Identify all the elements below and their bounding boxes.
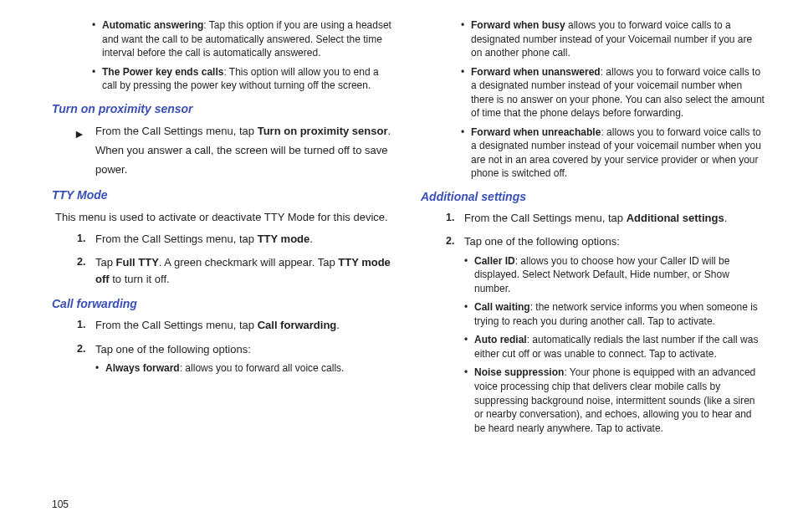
tty-intro: This menu is used to activate or deactiv…: [52, 209, 396, 226]
right-top-bullets: Forward when busy allows you to forward …: [421, 18, 765, 181]
tty-steps: From the Call Settings menu, tap TTY mod…: [52, 231, 396, 288]
step-text: Tap one of the following options:: [464, 235, 620, 248]
step-text: From the Call Settings menu, tap: [95, 233, 258, 245]
list-item: Always forward: allows you to forward al…: [97, 361, 396, 376]
instr-text: From the Call Settings menu, tap: [95, 125, 258, 137]
left-top-bullets: Automatic answering: Tap this option if …: [52, 18, 396, 93]
step-text: Tap: [95, 256, 116, 269]
right-column: Forward when busy allows you to forward …: [421, 18, 765, 517]
bullet-term: Forward when unreachable: [471, 126, 601, 138]
additional-settings-options: Caller ID: allows you to choose how your…: [464, 254, 765, 436]
arrow-instruction: ► From the Call Settings menu, tap Turn …: [52, 122, 396, 179]
bullet-term: Noise suppression: [474, 366, 564, 378]
list-item: Noise suppression: Your phone is equippe…: [466, 366, 765, 435]
step-bold: Full TTY: [116, 256, 159, 269]
heading-proximity-sensor: Turn on proximity sensor: [52, 101, 396, 117]
list-item: From the Call Settings menu, tap Call fo…: [77, 317, 396, 334]
bullet-term: Auto redial: [474, 334, 527, 345]
heading-call-forwarding: Call forwarding: [52, 296, 396, 312]
page-number: 105: [52, 499, 69, 510]
step-text: .: [309, 233, 313, 245]
list-item: Forward when unreachable: allows you to …: [463, 125, 765, 181]
bullet-term: The Power key ends calls: [102, 66, 223, 78]
arrow-icon: ►: [74, 124, 85, 145]
bullet-text: : allows you to forward all voice calls.: [180, 362, 345, 374]
list-item: The Power key ends calls: This option wi…: [94, 65, 396, 93]
step-bold: Call forwarding: [258, 319, 337, 331]
list-item: Tap Full TTY. A green checkmark will app…: [77, 254, 396, 288]
step-text: From the Call Settings menu, tap: [464, 212, 627, 224]
left-column: Automatic answering: Tap this option if …: [52, 18, 396, 517]
manual-page: Automatic answering: Tap this option if …: [0, 0, 798, 532]
instr-text: When you answer a call, the screen will …: [95, 144, 388, 176]
instr-text: .: [387, 125, 391, 137]
additional-settings-steps: From the Call Settings menu, tap Additio…: [421, 210, 765, 435]
bullet-term: Always forward: [105, 362, 180, 374]
step-text: Tap one of the following options:: [95, 343, 251, 356]
bullet-term: Automatic answering: [102, 19, 203, 31]
step-text: .: [336, 319, 340, 331]
heading-tty-mode: TTY Mode: [52, 187, 396, 203]
instr-bold: Turn on proximity sensor: [258, 125, 388, 137]
list-item: Forward when unanswered: allows you to f…: [463, 65, 765, 120]
list-item: Tap one of the following options: Always…: [77, 341, 396, 376]
bullet-term: Caller ID: [474, 255, 515, 267]
list-item: Forward when busy allows you to forward …: [463, 18, 765, 60]
step-text: .: [724, 212, 728, 224]
list-item: Auto redial: automatically redials the l…: [466, 333, 765, 361]
list-item: Automatic answering: Tap this option if …: [94, 18, 396, 60]
step-text: to turn it off.: [110, 273, 170, 285]
step-text: From the Call Settings menu, tap: [95, 319, 258, 331]
list-item: From the Call Settings menu, tap Additio…: [446, 210, 765, 227]
list-item: Caller ID: allows you to choose how your…: [466, 254, 765, 296]
bullet-term: Forward when busy: [471, 19, 565, 31]
bullet-term: Forward when unanswered: [471, 66, 601, 78]
step-bold: Additional settings: [627, 212, 724, 224]
step-bold: TTY mode: [258, 233, 310, 245]
call-forwarding-options: Always forward: allows you to forward al…: [95, 361, 396, 376]
heading-additional-settings: Additional settings: [421, 189, 765, 205]
call-forwarding-steps: From the Call Settings menu, tap Call fo…: [52, 317, 396, 375]
list-item: Call waiting: the network service inform…: [466, 300, 765, 328]
list-item: Tap one of the following options: Caller…: [446, 233, 765, 435]
list-item: From the Call Settings menu, tap TTY mod…: [77, 231, 396, 248]
step-text: . A green checkmark will appear. Tap: [159, 256, 338, 269]
bullet-term: Call waiting: [474, 301, 530, 313]
